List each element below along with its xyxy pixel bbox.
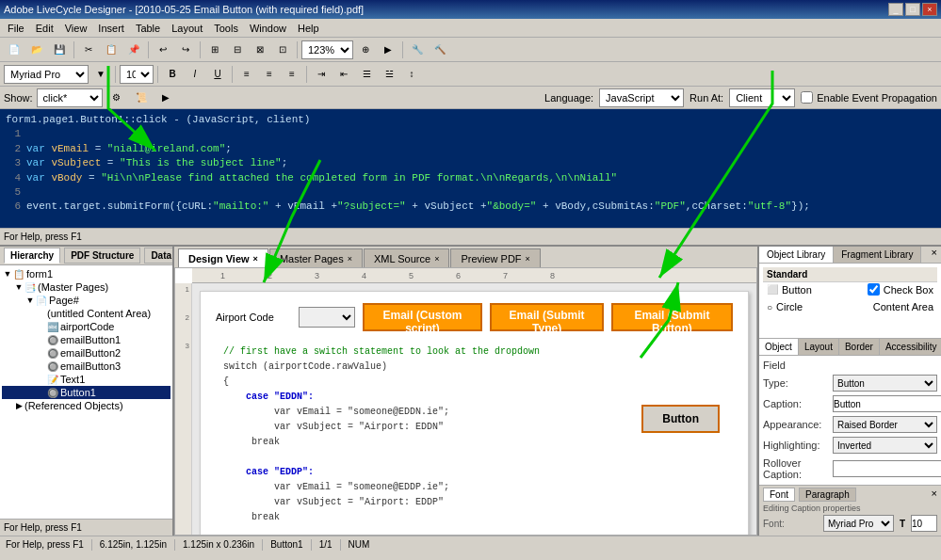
zoom-fit-button[interactable]: ⊕ [355, 40, 376, 60]
cut-button[interactable]: ✂ [78, 40, 99, 60]
more-button-2[interactable]: 🔨 [430, 40, 450, 60]
font-size-select[interactable]: 10 12 14 [120, 65, 154, 84]
obj-lib-close-icon[interactable]: × [928, 247, 941, 263]
airport-code-select[interactable] [299, 307, 355, 328]
tab-preview-pdf[interactable]: Preview PDF × [450, 248, 540, 267]
tree-content-area[interactable]: (untitled Content Area) [2, 307, 170, 320]
script-icon-2[interactable]: 📜 [131, 88, 152, 108]
tree-text1[interactable]: 📝 Text1 [2, 373, 170, 386]
menu-table[interactable]: Table [130, 21, 166, 36]
form-button[interactable]: Button [641, 405, 720, 433]
close-button[interactable]: × [922, 3, 937, 16]
tree-email-btn-3[interactable]: 🔘 emailButton3 [2, 360, 170, 373]
menu-help[interactable]: Help [292, 21, 325, 36]
list-button[interactable]: ☰ [356, 64, 377, 85]
design-view-close-icon[interactable]: × [253, 254, 258, 264]
font-expand-btn[interactable]: ▼ [90, 64, 111, 85]
font-panel-close-icon[interactable]: × [932, 488, 937, 502]
script-content[interactable]: form1.page1.Button1::click - (JavaScript… [0, 109, 941, 228]
preview-pdf-close-icon[interactable]: × [526, 254, 530, 264]
enable-event-checkbox[interactable] [801, 91, 813, 104]
menu-window[interactable]: Window [244, 21, 292, 36]
tab-accessibility-props[interactable]: Accessibility [880, 339, 941, 355]
tab-object-library[interactable]: Object Library [759, 247, 834, 263]
new-button[interactable]: 📄 [4, 40, 24, 60]
outdent-button[interactable]: ⇤ [333, 64, 354, 85]
grid3-button[interactable]: ⊠ [250, 40, 270, 60]
master-pages-close-icon[interactable]: × [348, 254, 352, 264]
tab-data-view[interactable]: Data View [144, 248, 174, 264]
tab-hierarchy[interactable]: Hierarchy [4, 248, 60, 264]
copy-button[interactable]: 📋 [101, 40, 122, 60]
open-button[interactable]: 📂 [26, 40, 47, 60]
appearance-select[interactable]: Raised Border [833, 416, 937, 433]
tree-page[interactable]: ▼ 📄 Page# [2, 294, 170, 307]
menu-insert[interactable]: Insert [92, 21, 130, 36]
show-select[interactable]: click* [37, 88, 103, 107]
tree-form1[interactable]: ▼ 📋 form1 [2, 267, 170, 280]
spacing-button[interactable]: ↕ [401, 64, 422, 85]
run-at-select[interactable]: Client [729, 88, 795, 107]
lib-button-item[interactable]: ⬜ Button [763, 283, 816, 296]
grid4-button[interactable]: ⊡ [272, 40, 293, 60]
align-right-button[interactable]: ≡ [282, 64, 302, 85]
lib-circle-item[interactable]: ○ Circle [763, 300, 806, 313]
tab-paragraph[interactable]: Paragraph [799, 488, 856, 502]
bold-button[interactable]: B [162, 64, 183, 85]
grid2-button[interactable]: ⊟ [227, 40, 248, 60]
menu-view[interactable]: View [59, 21, 93, 36]
tab-fragment-library[interactable]: Fragment Library [834, 247, 921, 263]
more-button-1[interactable]: 🔧 [407, 40, 428, 60]
tab-design-view[interactable]: Design View × [178, 248, 268, 267]
highlighting-select[interactable]: Inverted [833, 437, 937, 454]
font-family-select[interactable]: Myriad Pro [4, 65, 89, 84]
grid-button[interactable]: ⊞ [204, 40, 225, 60]
save-button[interactable]: 💾 [49, 40, 70, 60]
maximize-button[interactable]: □ [905, 3, 920, 16]
tab-object-props[interactable]: Object [759, 339, 799, 355]
email-submit-btn[interactable]: Email (Submit Button) [611, 303, 733, 331]
caption-input[interactable] [833, 395, 941, 412]
undo-button[interactable]: ↩ [153, 40, 173, 60]
underline-button[interactable]: U [207, 64, 228, 85]
lib-checkbox-check[interactable] [868, 283, 880, 296]
tree-email-btn-1[interactable]: 🔘 emailButton1 [2, 333, 170, 346]
type-select[interactable]: Button [833, 375, 937, 392]
indent-button[interactable]: ⇥ [311, 64, 332, 85]
script-icon-3[interactable]: ▶ [155, 88, 176, 108]
align-center-button[interactable]: ≡ [259, 64, 280, 85]
preview-button[interactable]: ▶ [378, 40, 398, 60]
script-icon-1[interactable]: ⚙ [106, 88, 127, 108]
rollover-input[interactable] [833, 460, 941, 477]
tab-pdf-structure[interactable]: PDF Structure [64, 248, 140, 264]
align-left-button[interactable]: ≡ [236, 64, 257, 85]
italic-button[interactable]: I [185, 64, 205, 85]
lib-checkbox-item[interactable]: Check Box [864, 282, 937, 296]
menu-layout[interactable]: Layout [166, 21, 208, 36]
menu-tools[interactable]: Tools [208, 21, 244, 36]
tab-xml-source[interactable]: XML Source × [364, 248, 449, 267]
tab-font[interactable]: Font [763, 488, 795, 502]
tree-master-pages[interactable]: ▼ 📑 (Master Pages) [2, 280, 170, 294]
tab-master-pages[interactable]: Master Pages × [269, 248, 363, 267]
tree-button1[interactable]: 🔘 Button1 [2, 386, 170, 399]
menu-edit[interactable]: Edit [30, 21, 59, 36]
minimize-button[interactable]: _ [888, 3, 903, 16]
tree-email-btn-2[interactable]: 🔘 emailButton2 [2, 346, 170, 360]
language-select[interactable]: JavaScript [599, 88, 684, 107]
tree-airport-code[interactable]: 🔤 airportCode [2, 320, 170, 333]
email-submit-type-button[interactable]: Email (Submit Type) [490, 303, 604, 331]
tree-ref-objects[interactable]: ▶ (Referenced Objects) [2, 399, 170, 412]
tab-layout-props[interactable]: Layout [799, 339, 839, 355]
font-family-select-panel[interactable]: Myriad Pro [823, 515, 894, 532]
zoom-select[interactable]: 123% 100% 75% 50% [301, 40, 353, 59]
lib-content-area-item[interactable]: Content Area [869, 300, 937, 313]
paste-button[interactable]: 📌 [123, 40, 144, 60]
tab-border-props[interactable]: Border [839, 339, 880, 355]
email-custom-button[interactable]: Email (Custom script) [363, 303, 483, 331]
list2-button[interactable]: ☱ [379, 64, 399, 85]
menu-file[interactable]: File [2, 21, 30, 36]
xml-source-close-icon[interactable]: × [434, 254, 439, 264]
redo-button[interactable]: ↪ [175, 40, 196, 60]
font-size-input[interactable] [911, 515, 937, 532]
